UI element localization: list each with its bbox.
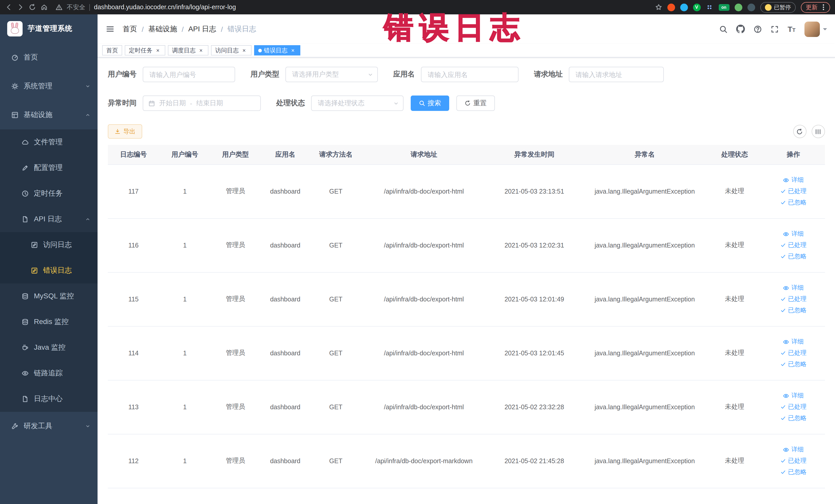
reset-button[interactable]: 重置 xyxy=(456,96,495,111)
action-ignored[interactable]: 已忽略 xyxy=(765,468,822,477)
action-ignored[interactable]: 已忽略 xyxy=(765,252,822,261)
sidebar-item-job[interactable]: 定时任务 xyxy=(0,181,98,206)
action-processed[interactable]: 已处理 xyxy=(765,349,822,357)
sidebar-item-tracer[interactable]: 链路追踪 xyxy=(0,361,98,386)
tab-job-log[interactable]: 调度日志× xyxy=(168,45,208,56)
extension-icon-1[interactable] xyxy=(667,3,675,11)
user-type-placeholder: 请选择用户类型 xyxy=(292,70,339,79)
tab-close-icon[interactable]: × xyxy=(241,47,247,54)
sidebar-item-error-log[interactable]: 错误日志 xyxy=(0,258,98,283)
search-button[interactable]: 搜索 xyxy=(411,96,449,111)
sidebar-item-java[interactable]: Java 监控 xyxy=(0,335,98,361)
browser-menu-kebab-icon[interactable] xyxy=(820,4,827,11)
user-type-select[interactable]: 请选择用户类型 xyxy=(285,67,378,82)
tags-view: 首页定时任务×调度日志×访问日志×错误日志× xyxy=(98,44,835,58)
sidebar-item-api-log[interactable]: API 日志 xyxy=(0,206,98,232)
breadcrumb-item[interactable]: 基础设施 xyxy=(148,24,177,34)
hamburger-icon[interactable] xyxy=(106,25,115,33)
action-detail[interactable]: 详细 xyxy=(765,445,822,454)
tab-job[interactable]: 定时任务× xyxy=(125,45,165,56)
extension-icon-2[interactable] xyxy=(680,3,688,11)
action-processed[interactable]: 已处理 xyxy=(765,295,822,303)
cell-id: 114 xyxy=(108,326,159,380)
action-ignored[interactable]: 已忽略 xyxy=(765,414,822,423)
extension-icon-6[interactable] xyxy=(734,3,742,11)
action-ignored[interactable]: 已忽略 xyxy=(765,360,822,369)
sidebar-item-redis[interactable]: Redis 监控 xyxy=(0,309,98,335)
action-processed[interactable]: 已处理 xyxy=(765,187,822,196)
user-id-label: 用户编号 xyxy=(108,70,137,79)
table-toolbar: 导出 xyxy=(108,124,825,139)
table-row: 1171管理员dashboardGET/api/infra/db-doc/exp… xyxy=(108,164,825,218)
job-icon xyxy=(22,190,29,197)
action-detail[interactable]: 详细 xyxy=(765,283,822,292)
extension-icon-4[interactable] xyxy=(706,3,713,11)
action-detail[interactable]: 详细 xyxy=(765,337,822,346)
sidebar-item-infra[interactable]: 基础设施 xyxy=(0,101,98,129)
cell-url: /api/infra/db-doc/export-html xyxy=(361,218,486,272)
sidebar-item-file[interactable]: 文件管理 xyxy=(0,129,98,155)
cell-user-type: 管理员 xyxy=(210,434,260,488)
file-icon xyxy=(22,139,29,146)
font-size-icon[interactable]: TT xyxy=(788,25,795,33)
request-url-input[interactable] xyxy=(569,67,664,82)
sidebar-item-log-center[interactable]: 日志中心 xyxy=(0,386,98,412)
extension-icon-on[interactable]: on xyxy=(718,4,729,11)
sidebar-item-home[interactable]: 首页 xyxy=(0,43,98,72)
tab-close-icon[interactable]: × xyxy=(198,47,204,54)
user-menu[interactable] xyxy=(804,21,827,37)
tab-home[interactable]: 首页 xyxy=(102,45,122,56)
cell-status: 未处理 xyxy=(707,218,762,272)
user-type-label: 用户类型 xyxy=(250,70,279,79)
bookmark-star-icon[interactable] xyxy=(655,4,662,11)
action-ignored[interactable]: 已忽略 xyxy=(765,306,822,315)
extension-paused-badge[interactable]: 已暂停 xyxy=(760,2,795,13)
app-name-input[interactable] xyxy=(421,67,518,82)
refresh-table-button[interactable] xyxy=(793,125,806,138)
extension-icon-3[interactable]: V xyxy=(693,3,700,11)
export-button[interactable]: 导出 xyxy=(108,124,142,139)
action-detail[interactable]: 详细 xyxy=(765,176,822,184)
tab-close-icon[interactable]: × xyxy=(289,47,296,54)
action-ignored[interactable]: 已忽略 xyxy=(765,198,822,207)
cell-exception: java.lang.IllegalArgumentException xyxy=(583,164,707,218)
sidebar-item-access-log[interactable]: 访问日志 xyxy=(0,232,98,258)
cell-exception: java.lang.IllegalArgumentException xyxy=(583,434,707,488)
address-bar[interactable]: 不安全 dashboard.yudao.iocoder.cn/infra/log… xyxy=(56,3,236,12)
action-processed[interactable]: 已处理 xyxy=(765,403,822,411)
fullscreen-icon[interactable] xyxy=(771,25,779,33)
sidebar-item-system[interactable]: 系统管理 xyxy=(0,72,98,101)
browser-home-icon[interactable] xyxy=(41,4,48,11)
tracer-icon xyxy=(22,370,29,377)
action-processed[interactable]: 已处理 xyxy=(765,241,822,249)
column-settings-button[interactable] xyxy=(811,125,825,138)
help-icon[interactable] xyxy=(754,25,762,33)
action-processed[interactable]: 已处理 xyxy=(765,457,822,465)
tab-access-log[interactable]: 访问日志× xyxy=(211,45,251,56)
cell-user-type: 管理员 xyxy=(210,380,260,434)
column-header: 异常发生时间 xyxy=(486,145,582,164)
breadcrumb-item[interactable]: 首页 xyxy=(123,24,137,34)
tab-close-icon[interactable]: × xyxy=(155,47,161,54)
browser-reload-icon[interactable] xyxy=(29,4,36,11)
action-detail[interactable]: 详细 xyxy=(765,391,822,400)
user-id-input[interactable] xyxy=(143,67,235,82)
chevron-up-icon xyxy=(85,217,90,222)
breadcrumb-item[interactable]: API 日志 xyxy=(188,24,217,34)
sidebar-item-mysql[interactable]: MySQL 监控 xyxy=(0,283,98,309)
system-icon xyxy=(11,83,19,90)
sidebar-item-dev-tools[interactable]: 研发工具 xyxy=(0,412,98,441)
cell-actions: 详细已处理已忽略 xyxy=(762,272,825,326)
search-icon[interactable] xyxy=(719,25,728,33)
browser-forward-icon[interactable] xyxy=(17,4,24,11)
app-logo[interactable]: 芋道管理系统 xyxy=(0,14,98,43)
sidebar-item-config[interactable]: 配置管理 xyxy=(0,155,98,181)
extension-icon-7[interactable] xyxy=(747,3,755,11)
exception-time-range-picker[interactable]: 开始日期 - 结束日期 xyxy=(143,96,261,111)
action-detail[interactable]: 详细 xyxy=(765,229,822,238)
browser-update-button[interactable]: 更新 xyxy=(801,2,830,13)
github-icon[interactable] xyxy=(736,25,745,33)
process-status-select[interactable]: 请选择处理状态 xyxy=(311,96,404,111)
tab-error-log[interactable]: 错误日志× xyxy=(254,45,300,56)
browser-back-icon[interactable] xyxy=(5,4,12,11)
